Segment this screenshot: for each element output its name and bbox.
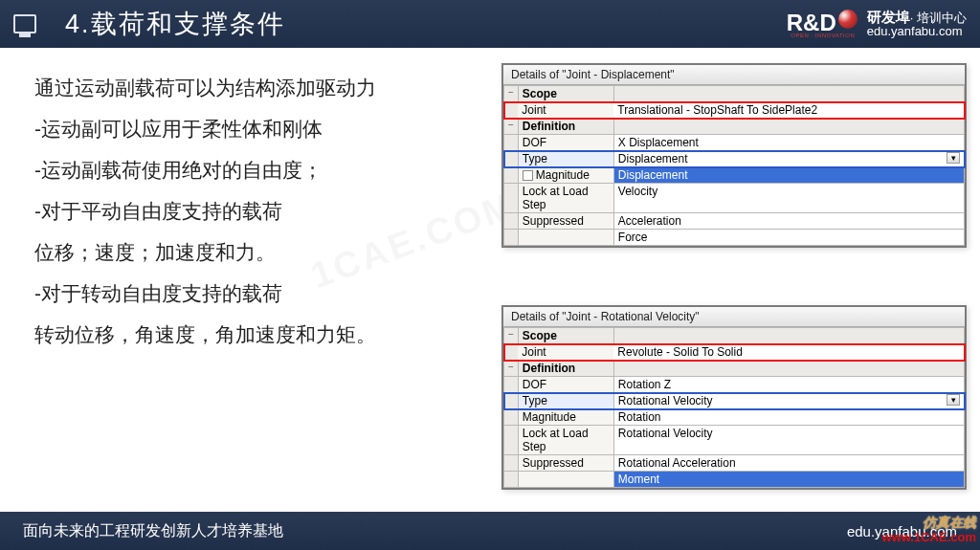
dof-value[interactable]: Rotation Z [613, 377, 964, 393]
slide-title: 4.载荷和支撑条件 [65, 7, 285, 41]
property-grid: − Scope Joint Revolute - Solid To Solid … [503, 327, 965, 488]
panel-title: Details of "Joint - Displacement" [503, 65, 965, 85]
gutter [504, 377, 519, 393]
joint-value[interactable]: Translational - StopShaft To SidePlate2 [613, 102, 964, 119]
joint-value[interactable]: Revolute - Solid To Solid [613, 344, 964, 361]
type-dropdown[interactable]: Displacement▾ [613, 151, 964, 167]
credit-line2: www.1CAE.com [882, 531, 976, 544]
section-definition: − Definition [504, 361, 965, 377]
dof-value[interactable]: X Displacement [613, 135, 964, 151]
slide-footer: 面向未来的工程研发创新人才培养基地 edu.yanfabu.com [0, 512, 980, 550]
credit-line1: 仿真在线 [882, 516, 976, 530]
footer-left: 面向未来的工程研发创新人才培养基地 [23, 521, 283, 541]
row-dof: DOF Rotation Z [504, 377, 965, 393]
type-value: Displacement [618, 152, 688, 165]
suppressed-label: Suppressed [518, 213, 613, 230]
cn-logo-main: 研发埠 [867, 9, 910, 25]
scope-header: Scope [518, 86, 613, 102]
body-text: 通过运动副载荷可以为结构添加驱动力 -运动副可以应用于柔性体和刚体 -运动副载荷… [34, 67, 475, 355]
row-type: Type Displacement▾ [504, 151, 965, 167]
para-1: 通过运动副载荷可以为结构添加驱动力 [34, 67, 475, 108]
logo-area: R&D OPEN · INNOVATION 研发埠· 培训中心 edu.yanf… [787, 10, 967, 39]
collapse-icon[interactable]: − [504, 86, 519, 102]
dof-label: DOF [518, 135, 613, 151]
dropdown-option-displacement[interactable]: Displacement [613, 167, 964, 184]
def-header: Definition [518, 361, 613, 377]
type-value: Rotational Velocity [618, 394, 713, 407]
dropdown-option-rot-accel[interactable]: Rotational Acceleration [613, 455, 964, 472]
row-joint: Joint Revolute - Solid To Solid [504, 344, 965, 361]
chevron-down-icon[interactable]: ▾ [947, 394, 960, 406]
type-dropdown[interactable]: Rotational Velocity▾ [613, 393, 964, 409]
chevron-down-icon[interactable]: ▾ [947, 152, 960, 164]
collapse-icon[interactable]: − [504, 361, 519, 377]
dropdown-option-rotation[interactable]: Rotation [613, 409, 964, 426]
blank-label [518, 472, 613, 488]
para-3: -运动副载荷使用绝对的自由度； [34, 149, 475, 190]
gutter [504, 167, 519, 184]
joint-label: Joint [518, 102, 613, 119]
dropdown-option-force[interactable]: Force [613, 230, 964, 246]
gutter [504, 213, 519, 230]
scope-header: Scope [518, 328, 613, 344]
gutter [504, 393, 519, 409]
property-grid: − Scope Joint Translational - StopShaft … [503, 85, 965, 246]
header-url: edu.yanfabu.com [867, 25, 967, 38]
row-magnitude: Magnitude Displacement [504, 167, 965, 184]
row-lock: Lock at Load Step Velocity [504, 184, 965, 213]
dof-label: DOF [518, 377, 613, 393]
dropdown-option-rot-velocity[interactable]: Rotational Velocity [613, 426, 964, 455]
row-suppressed: Suppressed Rotational Acceleration [504, 455, 965, 472]
globe-icon [838, 10, 858, 29]
panel-title: Details of "Joint - Rotational Velocity" [503, 307, 965, 327]
para-7: 转动位移，角速度，角加速度和力矩。 [34, 314, 475, 355]
para-5: 位移；速度；加速度和力。 [34, 231, 475, 273]
scope-header-val [613, 86, 964, 102]
detail-panels: Details of "Joint - Displacement" − Scop… [501, 63, 967, 547]
gutter [504, 102, 519, 119]
suppressed-label: Suppressed [518, 455, 613, 472]
source-credit: 仿真在线 www.1CAE.com [882, 516, 976, 544]
collapse-icon[interactable]: − [504, 328, 519, 344]
section-scope: − Scope [504, 328, 965, 344]
def-header-val [613, 361, 964, 377]
dropdown-option-velocity[interactable]: Velocity [613, 184, 964, 213]
dropdown-option-moment[interactable]: Moment [613, 472, 964, 488]
row-lock: Lock at Load Step Rotational Velocity [504, 426, 965, 455]
collapse-icon[interactable]: − [504, 119, 519, 135]
gutter [504, 344, 519, 361]
row-extra: Force [504, 230, 965, 246]
checkbox-icon[interactable] [523, 170, 533, 181]
gutter [504, 230, 519, 246]
section-definition: − Definition [504, 119, 965, 135]
joint-label: Joint [518, 344, 613, 361]
gutter [504, 472, 519, 488]
row-joint: Joint Translational - StopShaft To SideP… [504, 102, 965, 119]
mag-text: Magnitude [536, 168, 590, 182]
lock-label: Lock at Load Step [518, 426, 613, 455]
lock-label: Lock at Load Step [518, 184, 613, 213]
type-label: Type [518, 151, 613, 167]
row-extra: Moment [504, 472, 965, 488]
para-6: -对于转动自由度支持的载荷 [34, 273, 475, 314]
magnitude-label: Magnitude [518, 409, 613, 426]
gutter [504, 426, 519, 455]
gutter [504, 455, 519, 472]
row-type: Type Rotational Velocity▾ [504, 393, 965, 409]
gutter [504, 151, 519, 167]
dropdown-option-acceleration[interactable]: Acceleration [613, 213, 964, 230]
cn-logo-suffix: · 培训中心 [910, 11, 967, 25]
section-scope: − Scope [504, 86, 965, 102]
blank-label [518, 230, 613, 246]
panel-joint-displacement: Details of "Joint - Displacement" − Scop… [501, 63, 967, 248]
magnitude-label: Magnitude [518, 167, 613, 184]
row-suppressed: Suppressed Acceleration [504, 213, 965, 230]
panel-joint-rotational: Details of "Joint - Rotational Velocity"… [501, 305, 967, 490]
def-header-val [613, 119, 964, 135]
scope-header-val [613, 328, 964, 344]
def-header: Definition [518, 119, 613, 135]
gutter [504, 409, 519, 426]
para-4: -对于平动自由度支持的载荷 [34, 190, 475, 231]
rd-logo-sub: OPEN · INNOVATION [787, 33, 859, 38]
type-label: Type [518, 393, 613, 409]
